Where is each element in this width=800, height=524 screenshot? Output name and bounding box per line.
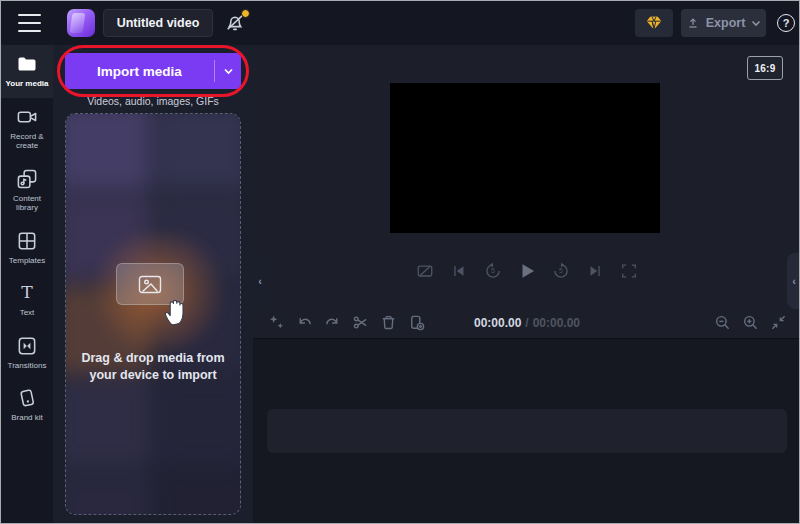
upgrade-gem-button[interactable]: [635, 9, 673, 37]
library-icon: [16, 168, 38, 190]
redo-icon[interactable]: [323, 314, 341, 332]
expand-properties-panel-handle[interactable]: ‹: [787, 253, 800, 309]
undo-icon[interactable]: [295, 314, 313, 332]
zoom-to-fit-icon[interactable]: [769, 314, 787, 332]
notifications-off-icon[interactable]: [223, 11, 249, 35]
timeline-toolbar: 00:00.00 / 00:00.00: [253, 307, 800, 339]
sidebar-item-content-library[interactable]: Content library: [1, 160, 53, 222]
current-time: 00:00.00: [474, 316, 521, 330]
sidebar-item-your-media[interactable]: Your media: [1, 45, 53, 98]
total-time: 00:00.00: [533, 316, 580, 330]
sidebar: Your media Record & create Content libra…: [1, 45, 53, 524]
sidebar-item-text[interactable]: T Text: [1, 274, 53, 327]
import-media-dropdown[interactable]: [215, 53, 241, 89]
dropzone-text: Drag & drop media from your device to im…: [66, 350, 240, 384]
import-media-label: Import media: [65, 53, 214, 89]
timeline-track[interactable]: [267, 409, 787, 453]
edit-tools: [253, 314, 425, 332]
sidebar-item-brand-kit[interactable]: Brand kit: [1, 379, 53, 432]
svg-text:5: 5: [491, 267, 495, 274]
import-caption: Videos, audio, images, GIFs: [53, 95, 253, 107]
text-icon: T: [16, 282, 38, 304]
export-label: Export: [706, 16, 746, 30]
zoom-tools: [713, 314, 800, 332]
sidebar-item-templates[interactable]: Templates: [1, 222, 53, 275]
clipchamp-window: Untitled video Export ? Your media: [0, 0, 800, 524]
clipchamp-logo-icon[interactable]: [67, 9, 95, 37]
timeline-area[interactable]: [253, 339, 800, 524]
play-button[interactable]: [517, 261, 537, 281]
preview-stage: 16:9 5 5: [253, 45, 800, 307]
jump-forward-icon[interactable]: 5: [551, 261, 571, 281]
jump-back-icon[interactable]: 5: [483, 261, 503, 281]
delete-trash-icon[interactable]: [379, 314, 397, 332]
templates-icon: [16, 230, 38, 252]
notification-badge: [241, 9, 250, 18]
image-icon: [138, 275, 162, 294]
suggestions-sparkle-icon[interactable]: [267, 314, 285, 332]
skip-to-start-icon[interactable]: [449, 261, 469, 281]
fullscreen-icon[interactable]: [619, 261, 639, 281]
aspect-ratio-button[interactable]: 16:9: [747, 56, 783, 80]
video-preview[interactable]: [390, 83, 660, 233]
import-media-button[interactable]: Import media: [65, 53, 241, 89]
drag-drop-zone[interactable]: Drag & drop media from your device to im…: [65, 113, 241, 515]
zoom-in-icon[interactable]: [741, 314, 759, 332]
duplicate-add-icon[interactable]: [407, 314, 425, 332]
skip-to-end-icon[interactable]: [585, 261, 605, 281]
hand-cursor-icon: [160, 294, 196, 330]
collapse-media-panel-handle[interactable]: ‹: [253, 253, 267, 309]
brand-kit-icon: [16, 387, 38, 409]
menu-icon[interactable]: [18, 14, 41, 32]
chevron-down-icon: [751, 20, 761, 27]
gem-icon: [644, 13, 664, 33]
sidebar-item-transitions[interactable]: Transitions: [1, 327, 53, 380]
chevron-down-icon: [223, 68, 234, 75]
sidebar-item-record-create[interactable]: Record & create: [1, 98, 53, 160]
chevron-left-icon: ‹: [792, 275, 796, 287]
camera-icon: [16, 106, 38, 128]
your-media-panel: Import media Videos, audio, images, GIFs: [53, 45, 253, 524]
zoom-out-icon[interactable]: [713, 314, 731, 332]
folder-icon: [16, 53, 38, 75]
svg-text:T: T: [21, 282, 33, 302]
help-button[interactable]: ?: [777, 14, 795, 32]
playback-controls: 5 5: [253, 261, 800, 281]
upload-icon: [686, 16, 700, 31]
video-title-input[interactable]: Untitled video: [103, 9, 213, 37]
time-display: 00:00.00 / 00:00.00: [474, 316, 580, 330]
svg-text:5: 5: [559, 267, 563, 274]
split-scissors-icon[interactable]: [351, 314, 369, 332]
export-button[interactable]: Export: [681, 9, 766, 37]
picture-in-picture-icon[interactable]: [415, 261, 435, 281]
transitions-icon: [16, 335, 38, 357]
top-bar: Untitled video Export ?: [1, 1, 800, 45]
time-separator: /: [525, 316, 528, 330]
chevron-left-icon: ‹: [258, 275, 262, 287]
